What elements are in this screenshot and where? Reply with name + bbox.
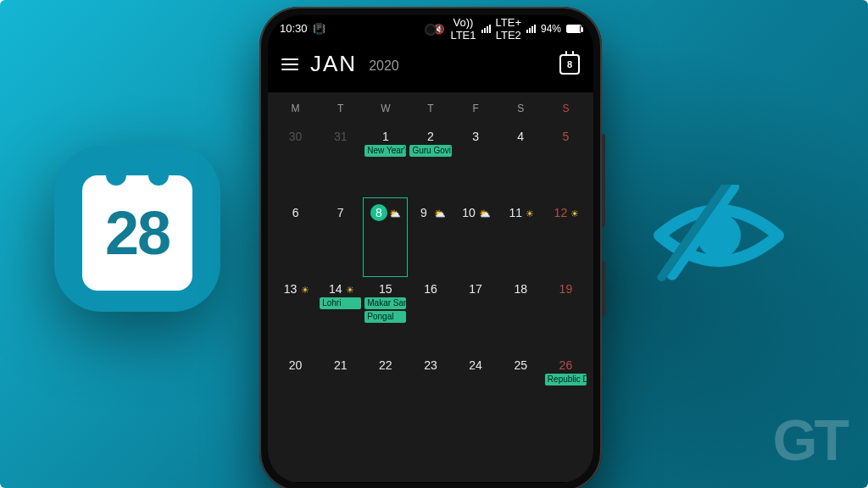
vibrate-icon: 📳 [313, 25, 326, 34]
day-cell[interactable]: 25 [498, 352, 543, 428]
calendar-header: JAN 2020 8 [268, 42, 593, 92]
day-cell[interactable]: 3 [453, 123, 498, 199]
battery-percent: 94% [541, 23, 561, 35]
day-cell[interactable]: 13☀ [273, 275, 318, 352]
day-cell[interactable]: 15 Makar San Pongal [363, 275, 408, 352]
year-label[interactable]: 2020 [369, 58, 399, 74]
weekday-row: M T W T F S S [273, 96, 588, 123]
day-cell[interactable]: 5 [543, 123, 588, 199]
gt-watermark: GT [773, 407, 846, 473]
day-cell[interactable]: 17 [453, 275, 498, 352]
sim1-indicator: Vo)) LTE1 [450, 16, 476, 42]
event-chip[interactable]: Republic D [545, 374, 587, 385]
day-cell-selected[interactable]: 8⛅ [363, 199, 408, 275]
weather-icon: ⛅ [389, 208, 401, 219]
jump-today-button[interactable]: 8 [559, 54, 580, 75]
weather-icon: ☀ [570, 208, 579, 219]
hidden-eye-icon [651, 185, 787, 286]
calendar-icon-day: 28 [105, 198, 170, 268]
weather-icon: ☀ [526, 208, 534, 219]
signal-2-icon [526, 25, 536, 33]
signal-1-icon [481, 25, 491, 33]
dow-thu: T [408, 96, 453, 123]
day-cell[interactable]: 26 Republic D [543, 352, 588, 428]
weather-icon: ☀ [346, 285, 354, 295]
phone-frame: 10:30 📳 🔇 Vo)) LTE1 LTE+ LTE2 94% [259, 7, 602, 488]
week-row: 6 7 8⛅ 9⛅ 10⛅ 11☀ 12☀ [273, 199, 588, 275]
week-row: 20 21 22 23 24 25 26 Republic D [273, 352, 588, 428]
dow-mon: M [273, 96, 318, 123]
day-cell[interactable]: 18 [498, 275, 543, 352]
dow-sun: S [543, 96, 588, 123]
clock: 10:30 [280, 24, 308, 34]
day-cell[interactable]: 20 [273, 352, 318, 428]
day-cell[interactable]: 14☀ Lohri [318, 275, 363, 352]
power-button [602, 261, 605, 317]
event-chip[interactable]: New Year's [364, 145, 406, 157]
day-cell[interactable]: 22 [363, 352, 408, 428]
calendar-page-icon: 28 [82, 175, 192, 291]
hero-stage: 28 GT 10:30 📳 🔇 Vo)) [0, 0, 868, 488]
day-cell[interactable]: 6 [273, 199, 318, 275]
day-cell[interactable]: 10⛅ [453, 199, 498, 275]
dow-fri: F [453, 96, 498, 123]
day-cell[interactable]: 30 [273, 123, 318, 199]
day-cell[interactable]: 16 [408, 275, 453, 352]
day-cell[interactable]: 4 [498, 123, 543, 199]
week-row: 13☀ 14☀ Lohri 15 Makar San Pongal 16 17 … [273, 275, 588, 352]
event-chip[interactable]: Makar San [364, 297, 406, 309]
day-cell[interactable]: 12☀ [543, 199, 588, 275]
menu-icon[interactable] [281, 58, 298, 70]
weather-icon: ⛅ [434, 208, 446, 219]
event-chip[interactable]: Guru Govi [409, 145, 451, 157]
day-cell[interactable]: 31 [318, 123, 363, 199]
dow-tue: T [318, 96, 363, 123]
weather-icon: ⛅ [479, 208, 491, 219]
day-cell[interactable]: 19 [543, 275, 588, 352]
month-label[interactable]: JAN [310, 51, 357, 77]
day-cell[interactable]: 21 [318, 352, 363, 428]
calendar-app-icon: 28 [54, 146, 220, 312]
sim2-indicator: LTE+ LTE2 [496, 16, 521, 42]
day-cell[interactable]: 1 New Year's [363, 123, 408, 199]
today-badge-number: 8 [567, 59, 572, 69]
front-camera-icon [425, 24, 437, 36]
day-cell[interactable]: 24 [453, 352, 498, 428]
volume-button [602, 134, 605, 227]
phone-screen: 10:30 📳 🔇 Vo)) LTE1 LTE+ LTE2 94% [268, 15, 593, 483]
day-cell[interactable]: 23 [408, 352, 453, 428]
day-cell[interactable]: 2 Guru Govi [408, 123, 453, 199]
dow-wed: W [363, 96, 408, 123]
dow-sat: S [498, 96, 543, 123]
day-cell[interactable]: 11☀ [498, 199, 543, 275]
battery-icon [566, 25, 581, 33]
event-chip[interactable]: Pongal [364, 311, 406, 323]
weather-icon: ☀ [301, 285, 309, 295]
day-cell[interactable]: 9⛅ [408, 199, 453, 275]
week-row: 30 31 1 New Year's 2 Guru Govi 3 4 5 [273, 123, 588, 199]
day-cell[interactable]: 7 [318, 199, 363, 275]
event-chip[interactable]: Lohri [320, 297, 361, 309]
month-grid: M T W T F S S 30 31 1 New Year's [268, 92, 593, 482]
